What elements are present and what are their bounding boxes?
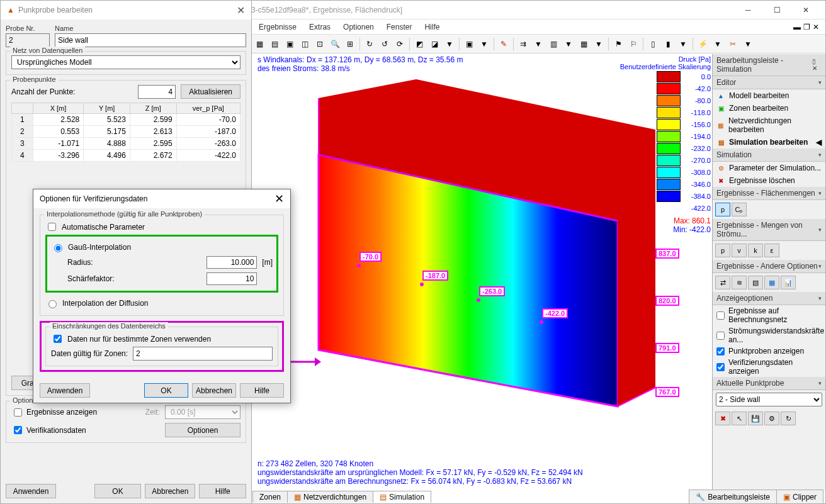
minimize-button[interactable]: ─ xyxy=(733,1,762,20)
probe-refresh[interactable]: ↻ xyxy=(781,412,796,425)
tool-btn[interactable]: ⟳ xyxy=(393,37,407,51)
tool-btn[interactable]: ▥ xyxy=(546,37,560,51)
display-check[interactable]: Punktproben anzeigen xyxy=(713,345,825,357)
points-table[interactable]: X [m]Y [m]Z [m]ver_p [Pa] 12.5285.5232.5… xyxy=(11,103,240,162)
editor-simulation[interactable]: ▤Simulation bearbeiten◀ xyxy=(713,136,825,148)
sim-params[interactable]: ⚙Parameter der Simulation... xyxy=(713,162,825,174)
menu-help[interactable]: Hilfe xyxy=(418,21,446,33)
show-results-check[interactable] xyxy=(14,408,22,417)
close-button[interactable]: ✕ xyxy=(791,1,820,20)
editor-zones[interactable]: ▣Zonen bearbeiten xyxy=(713,102,825,115)
tool-btn[interactable]: ◪ xyxy=(427,37,441,51)
other-btn[interactable]: ≋ xyxy=(732,276,747,289)
tool-btn[interactable]: ↺ xyxy=(378,37,392,51)
tool-btn[interactable]: ▮ xyxy=(661,37,675,51)
tool-btn[interactable]: ▯ xyxy=(646,37,660,51)
radius-input[interactable] xyxy=(206,256,257,269)
tool-btn[interactable]: ▼ xyxy=(531,37,545,51)
btn-flow-p[interactable]: p xyxy=(715,244,730,257)
other-btn[interactable]: 📊 xyxy=(781,276,796,289)
tab-zones[interactable]: Zonen xyxy=(252,491,288,503)
section-editor[interactable]: Editor▾ xyxy=(713,76,825,89)
display-check[interactable]: Ergebnisse auf Berechnungsnetz xyxy=(713,305,825,325)
section-current-probe[interactable]: Aktuelle Punktprobe▾ xyxy=(713,377,825,390)
apply-button[interactable]: Anwenden xyxy=(6,484,56,498)
tool-btn[interactable]: ⊡ xyxy=(313,37,327,51)
menu-results[interactable]: Ergebnisse xyxy=(252,21,303,33)
viewport[interactable]: s Windkanals: Dx = 137.126 m, Dy = 68.56… xyxy=(252,54,712,491)
tool-btn[interactable]: ✂ xyxy=(726,37,740,51)
opts-apply-button[interactable]: Anwenden xyxy=(40,383,90,398)
tool-btn[interactable]: ▼ xyxy=(592,37,606,51)
tab-clipper[interactable]: ▣Clipper xyxy=(776,490,823,503)
editor-model[interactable]: ▲Modell bearbeiten xyxy=(713,89,825,102)
tool-btn[interactable]: ⚐ xyxy=(626,37,640,51)
tool-btn[interactable]: ▣ xyxy=(283,37,297,51)
cancel-button[interactable]: Abbrechen xyxy=(145,484,195,498)
tool-btn[interactable]: ▣ xyxy=(462,37,476,51)
tool-btn[interactable]: ▼ xyxy=(562,37,575,51)
opts-cancel-button[interactable]: Abbrechen xyxy=(192,383,236,398)
btn-flow-v[interactable]: v xyxy=(732,244,747,257)
btn-flow-k[interactable]: k xyxy=(748,244,763,257)
section-display[interactable]: Anzeigeoptionen▾ xyxy=(713,292,825,305)
probe-settings[interactable]: ⚙ xyxy=(764,412,779,425)
help-button[interactable]: Hilfe xyxy=(199,484,246,498)
btn-cp[interactable]: Cₚ xyxy=(732,203,747,216)
tool-btn[interactable]: ⇉ xyxy=(516,37,530,51)
btn-p[interactable]: p xyxy=(715,203,730,216)
zones-input[interactable] xyxy=(133,347,273,361)
tool-btn[interactable]: ◩ xyxy=(412,37,426,51)
probe-delete[interactable]: ✖ xyxy=(715,412,730,425)
close-icon[interactable]: ✕ xyxy=(237,4,245,16)
tool-btn[interactable]: ▼ xyxy=(477,37,491,51)
tool-btn[interactable]: ⚡ xyxy=(696,37,710,51)
tab-simulation[interactable]: ▤Simulation xyxy=(373,491,431,503)
section-results-flow[interactable]: Ergebnisse - Mengen von Strömu...▾ xyxy=(713,219,825,241)
close-icon[interactable]: ✕ xyxy=(274,192,284,206)
tool-btn[interactable]: 🔍 xyxy=(328,37,342,51)
menu-window[interactable]: Fenster xyxy=(380,21,419,33)
tab-mesh[interactable]: ▦Netzverdichtungen xyxy=(287,491,373,503)
editor-mesh[interactable]: ▦Netzverdichtungen bearbeiten xyxy=(713,115,825,136)
tool-btn[interactable]: ⊞ xyxy=(343,37,357,51)
opts-help-button[interactable]: Hilfe xyxy=(240,383,284,398)
point-count-input[interactable] xyxy=(138,85,176,99)
tool-btn[interactable]: ▦ xyxy=(577,37,591,51)
diffusion-radio[interactable] xyxy=(48,300,57,308)
mdi-minimize-icon[interactable]: ▬ xyxy=(793,23,801,31)
sharpness-input[interactable] xyxy=(206,272,257,285)
tool-btn[interactable]: ✎ xyxy=(497,37,511,51)
section-results-other[interactable]: Ergebnisse - Andere Optionen▾ xyxy=(713,260,825,273)
tab-editbar[interactable]: 🔧Bearbeitungsleiste xyxy=(689,490,777,503)
display-check[interactable]: Strömungswiderstandskräfte an... xyxy=(713,325,825,345)
verif-data-check[interactable] xyxy=(14,426,22,434)
probe-save[interactable]: 💾 xyxy=(748,412,763,425)
ok-button[interactable]: OK xyxy=(94,484,142,498)
tool-btn[interactable]: ⚑ xyxy=(611,37,625,51)
tool-btn[interactable]: ↻ xyxy=(363,37,376,51)
opts-ok-button[interactable]: OK xyxy=(144,383,188,398)
tool-btn[interactable]: ▤ xyxy=(268,37,281,51)
options-button[interactable]: Optionen xyxy=(165,423,240,437)
maximize-button[interactable]: ☐ xyxy=(762,1,791,20)
mdi-restore-icon[interactable]: ❐ xyxy=(803,23,810,31)
datasource-select[interactable]: Ursprüngliches Modell xyxy=(11,55,240,69)
update-button[interactable]: Aktualisieren xyxy=(181,84,240,99)
other-btn[interactable]: ▧ xyxy=(748,276,763,289)
probe-name-input[interactable] xyxy=(55,33,246,47)
tool-btn[interactable]: ▼ xyxy=(741,37,755,51)
probe-nr-input[interactable] xyxy=(6,33,50,47)
menu-extras[interactable]: Extras xyxy=(303,21,337,33)
menu-options[interactable]: Optionen xyxy=(337,21,380,33)
other-btn[interactable]: ⇄ xyxy=(715,276,730,289)
section-results-surf[interactable]: Ergebnisse - Flächenmengen▾ xyxy=(713,187,825,200)
btn-flow-eps[interactable]: ε xyxy=(764,244,779,257)
section-simulation[interactable]: Simulation▾ xyxy=(713,148,825,162)
tool-btn[interactable]: ▦ xyxy=(252,37,266,51)
tool-btn[interactable]: ▼ xyxy=(711,37,725,51)
sim-delete[interactable]: ✖Ergebnisse löschen xyxy=(713,174,825,187)
tool-btn[interactable]: ▼ xyxy=(676,37,690,51)
tool-btn[interactable]: ▼ xyxy=(443,37,456,51)
tool-btn[interactable]: ◫ xyxy=(298,37,312,51)
